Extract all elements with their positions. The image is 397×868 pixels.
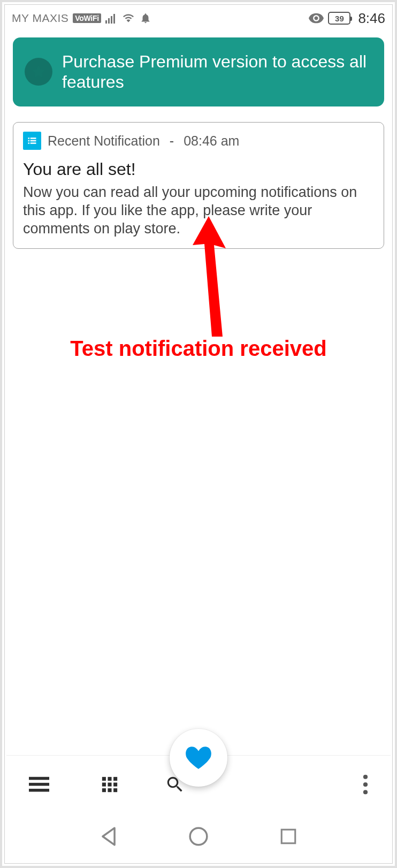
svg-rect-21 — [108, 788, 111, 792]
app-list-icon — [23, 132, 41, 150]
more-options-button[interactable] — [353, 768, 378, 801]
carrier-label: MY MAXIS — [12, 12, 68, 25]
notification-card-header: Recent Notification - 08:46 am — [23, 132, 374, 150]
svg-point-26 — [190, 828, 207, 845]
recents-button[interactable] — [269, 822, 308, 853]
svg-rect-3 — [113, 14, 115, 24]
vowifi-badge: VoWiFi — [73, 13, 101, 23]
separator: - — [166, 133, 177, 149]
svg-rect-22 — [113, 788, 117, 792]
svg-rect-20 — [102, 788, 106, 792]
svg-rect-19 — [113, 782, 117, 786]
svg-rect-4 — [28, 138, 30, 139]
notification-body: Now you can read all your upcoming notif… — [23, 184, 374, 238]
wifi-icon — [121, 13, 135, 24]
clock-label: 8:46 — [358, 10, 385, 27]
svg-rect-9 — [30, 142, 36, 144]
battery-pct-label: 39 — [335, 14, 344, 23]
svg-rect-27 — [281, 829, 295, 843]
svg-point-23 — [363, 774, 368, 779]
status-bar: MY MAXIS VoWiFi 39 8:46 — [2, 6, 395, 30]
svg-point-25 — [363, 790, 368, 794]
svg-rect-11 — [29, 776, 49, 780]
home-button[interactable] — [178, 821, 219, 854]
favorite-fab[interactable] — [170, 729, 227, 787]
premium-banner[interactable]: Purchase Premium version to access all f… — [13, 37, 384, 106]
notification-title: You are all set! — [23, 159, 374, 179]
back-button[interactable] — [89, 821, 128, 854]
premium-banner-text: Purchase Premium version to access all f… — [62, 51, 372, 93]
svg-rect-17 — [102, 782, 106, 786]
svg-rect-6 — [28, 140, 30, 142]
notification-card[interactable]: Recent Notification - 08:46 am You are a… — [13, 122, 384, 249]
signal-icon — [105, 13, 117, 24]
battery-icon: 39 — [328, 12, 350, 25]
menu-button[interactable] — [19, 770, 59, 799]
svg-rect-14 — [102, 776, 106, 780]
apps-grid-button[interactable] — [91, 769, 128, 800]
notification-time: 08:46 am — [184, 133, 239, 149]
svg-rect-18 — [108, 782, 111, 786]
visibility-icon — [309, 13, 324, 24]
svg-rect-5 — [30, 138, 36, 139]
svg-rect-16 — [113, 776, 117, 780]
svg-rect-0 — [105, 20, 107, 24]
star-badge-icon — [25, 58, 52, 86]
notification-bell-icon — [140, 12, 151, 24]
svg-rect-1 — [108, 18, 110, 24]
svg-rect-8 — [28, 142, 30, 144]
heart-icon — [185, 745, 212, 770]
svg-rect-7 — [30, 140, 36, 142]
svg-rect-13 — [29, 788, 49, 791]
notification-app-name: Recent Notification — [48, 133, 160, 149]
system-navigation-bar — [2, 814, 395, 861]
svg-rect-12 — [29, 782, 49, 786]
svg-rect-15 — [108, 776, 111, 780]
svg-point-24 — [363, 782, 368, 786]
svg-rect-2 — [111, 16, 112, 24]
